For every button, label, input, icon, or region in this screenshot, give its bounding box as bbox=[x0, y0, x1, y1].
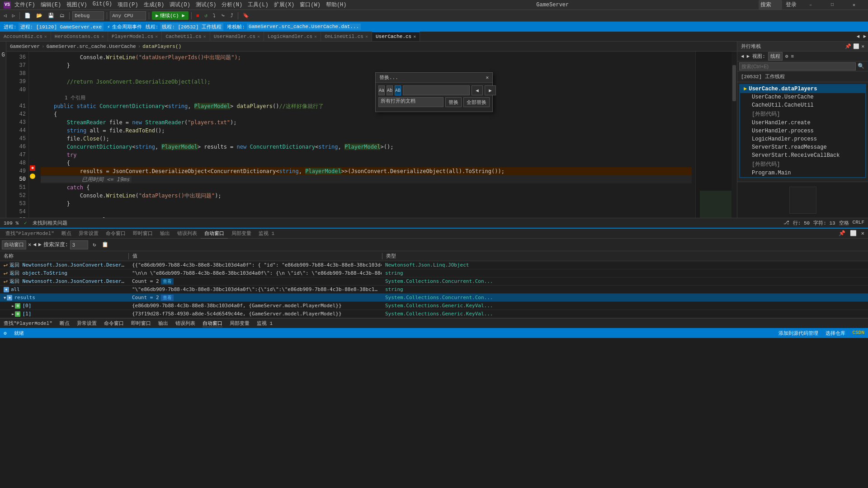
search-box[interactable]: 搜索 bbox=[759, 0, 782, 9]
tab-errors[interactable]: 错误列表 bbox=[174, 229, 201, 239]
tab-exceptions[interactable]: 异常设置 bbox=[75, 229, 102, 239]
close-tab-userhandler[interactable]: ✕ bbox=[257, 34, 260, 39]
menu-file[interactable]: 文件(F) bbox=[14, 1, 35, 9]
tab-breakpoints[interactable]: 断点 bbox=[58, 229, 75, 239]
expand-results[interactable]: ▼ bbox=[4, 296, 6, 300]
expand-item1[interactable]: ► bbox=[12, 312, 14, 316]
continue-btn[interactable]: ▶ 继续(C) ► bbox=[152, 11, 189, 20]
save-all-btn[interactable]: 🗂 bbox=[58, 11, 66, 21]
call-stack-item-3[interactable]: [外部代码] bbox=[740, 109, 865, 119]
restart-btn[interactable]: ↺ bbox=[203, 11, 210, 21]
login-btn[interactable]: 登录 bbox=[786, 1, 797, 9]
call-stack-item-9[interactable]: [外部代码] bbox=[740, 160, 865, 169]
menu-edit[interactable]: 编辑(E) bbox=[41, 1, 61, 9]
call-stack-item-4[interactable]: UserHandler.create bbox=[740, 119, 865, 127]
tab-command[interactable]: 命令窗口 bbox=[102, 229, 129, 239]
footer-output[interactable]: 输出 bbox=[158, 320, 168, 327]
find-opt-word[interactable]: Ab bbox=[387, 85, 393, 95]
nav-forward-btn[interactable]: ► bbox=[38, 242, 41, 248]
line-ending[interactable]: CRLF bbox=[853, 220, 864, 226]
float-icon[interactable]: ⬜ bbox=[853, 43, 859, 49]
breadcrumb-method[interactable]: dataPlayers() bbox=[142, 44, 181, 49]
call-stack-item-7[interactable]: ServerStart.readMessage bbox=[740, 143, 865, 151]
filter-icon[interactable]: ⚙ bbox=[785, 53, 788, 59]
forward-btn[interactable]: ▷ bbox=[10, 11, 17, 21]
maximize-button[interactable]: □ bbox=[822, 0, 843, 10]
select-repo[interactable]: 选择仓库 bbox=[826, 330, 845, 337]
tab-search-playermodel[interactable]: 查找"PlayerModel" bbox=[2, 229, 58, 239]
pin-icon[interactable]: 📌 bbox=[845, 43, 851, 49]
minimap[interactable] bbox=[695, 52, 731, 218]
footer-autos[interactable]: 自动窗口 bbox=[203, 320, 222, 327]
call-stack-search-input[interactable] bbox=[739, 62, 856, 70]
tab-onlineutil[interactable]: OnLineUtil.cs✕ bbox=[321, 32, 372, 41]
nav-forward[interactable]: ► bbox=[747, 54, 750, 59]
csdn-link[interactable]: CSDN bbox=[853, 330, 864, 337]
step-into-btn[interactable]: ⤷ bbox=[219, 11, 227, 21]
autos-row-1[interactable]: ⮐ 返回 object.ToString "\n\n \"e86db909-7b… bbox=[0, 269, 868, 277]
open-btn[interactable]: 📂 bbox=[34, 11, 44, 21]
footer-immediate[interactable]: 即时窗口 bbox=[131, 320, 151, 327]
tab-cacheutil[interactable]: CacheUtil.cs✕ bbox=[162, 32, 210, 41]
tab-usercache[interactable]: UserCache.cs✕ bbox=[372, 32, 420, 41]
autos-row-2[interactable]: ⮐ 返回 Newtonsoft.Json.JsonConvert.Deseria… bbox=[0, 277, 868, 286]
footer-errors[interactable]: 错误列表 bbox=[175, 320, 195, 327]
zoom-level[interactable]: 109 % bbox=[4, 221, 19, 226]
thread-dropdown[interactable]: 线程: [20532] 工作线程 bbox=[160, 23, 223, 31]
no-issues-text[interactable]: 未找到相关问题 bbox=[33, 220, 67, 226]
breadcrumb-namespace[interactable]: GameServer.src_cache.UserCache bbox=[47, 44, 136, 49]
tab-accountbiz[interactable]: AccountBiz.cs✕ bbox=[0, 32, 51, 41]
tab-watch[interactable]: 监视 1 bbox=[255, 229, 278, 239]
scope-dropdown[interactable]: 所有打开的文档 bbox=[378, 97, 443, 107]
autos-row-results[interactable]: ▼ ◆ results Count = 2 查看 System.Collecti… bbox=[0, 294, 868, 302]
editor-scrollbar[interactable] bbox=[731, 52, 737, 218]
tab-immediate[interactable]: 即时窗口 bbox=[129, 229, 156, 239]
save-btn[interactable]: 💾 bbox=[46, 11, 56, 21]
menu-window[interactable]: 窗口(W) bbox=[300, 1, 321, 9]
config-icon[interactable]: ≡ bbox=[791, 54, 794, 59]
find-opt-case[interactable]: Aa bbox=[378, 85, 385, 95]
expand-item0[interactable]: ► bbox=[12, 304, 14, 308]
close-button[interactable]: ✕ bbox=[844, 0, 864, 10]
cpu-dropdown[interactable]: Any CPU bbox=[110, 11, 146, 20]
close-filter-btn[interactable]: ✕ bbox=[28, 241, 31, 248]
autos-row-item1[interactable]: ► ⊞ [1] {73f19d28-f758-4930-a8de-5c4d654… bbox=[0, 310, 868, 318]
tab-locals[interactable]: 局部变量 bbox=[228, 229, 255, 239]
new-file-btn[interactable]: 📄 bbox=[23, 11, 33, 21]
tab-heroconstans[interactable]: HeroConstans.cs✕ bbox=[51, 32, 108, 41]
menu-extensions[interactable]: 扩展(X) bbox=[274, 1, 295, 9]
menu-view[interactable]: 视图(V) bbox=[66, 1, 87, 9]
call-stack-item-2[interactable]: CacheUtil.CacheUtil bbox=[740, 101, 865, 109]
search-execute-icon[interactable]: 🔍 bbox=[856, 63, 866, 70]
replace-all-btn[interactable]: 全部替换 bbox=[463, 97, 490, 107]
depth-input[interactable] bbox=[70, 240, 88, 249]
close-tab-logichandler[interactable]: ✕ bbox=[314, 34, 317, 39]
replace-btn[interactable]: 替换 bbox=[445, 97, 462, 107]
menu-project[interactable]: 项目(P) bbox=[118, 1, 138, 9]
find-next-btn[interactable]: ► bbox=[485, 85, 496, 95]
add-source-control[interactable]: 添加到源代码管理 bbox=[778, 330, 818, 337]
step-out-btn[interactable]: ⤴ bbox=[229, 11, 235, 21]
close-tab-usercache[interactable]: ✕ bbox=[413, 34, 416, 39]
find-input[interactable] bbox=[403, 85, 470, 95]
footer-watch[interactable]: 监视 1 bbox=[257, 320, 273, 327]
footer-breakpoints[interactable]: 断点 bbox=[60, 320, 70, 327]
menu-analyze[interactable]: 分析(N) bbox=[222, 1, 242, 9]
view-mode-dropdown[interactable]: 线程 bbox=[768, 52, 783, 61]
debug-mode-dropdown[interactable]: Debug bbox=[72, 11, 104, 20]
git-icon[interactable]: ⎇ bbox=[783, 220, 789, 226]
col-type-header[interactable]: 类型 bbox=[382, 253, 866, 259]
nav-back-btn[interactable]: ◄ bbox=[33, 242, 36, 248]
scrollbar-thumb[interactable] bbox=[732, 65, 736, 101]
close-tab-cache[interactable]: ✕ bbox=[203, 34, 206, 39]
col-value-header[interactable]: 值 bbox=[129, 253, 382, 259]
autos-name-filter[interactable]: 自动窗口 bbox=[2, 240, 26, 249]
tab-scroll-right[interactable]: ► bbox=[861, 32, 868, 42]
footer-command[interactable]: 命令窗口 bbox=[104, 320, 124, 327]
breadcrumb-project[interactable]: GameServer bbox=[10, 44, 40, 49]
breakpoint-49[interactable]: ● bbox=[30, 165, 35, 171]
find-prev-btn[interactable]: ◄ bbox=[472, 85, 483, 95]
close-tab-onlineutil[interactable]: ✕ bbox=[365, 34, 368, 39]
find-opt-regex[interactable]: AB bbox=[395, 85, 401, 95]
step-over-btn[interactable]: ⤵ bbox=[211, 11, 217, 21]
